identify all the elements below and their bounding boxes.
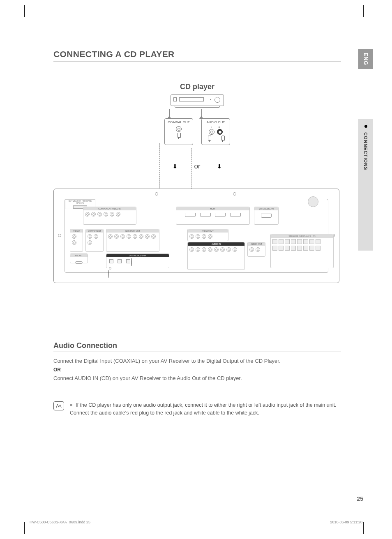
screw-icon: [58, 234, 61, 237]
bullet-icon: [364, 125, 367, 128]
plug-icon: [177, 133, 181, 139]
coaxial-out-label: COAXIAL OUT: [166, 121, 191, 124]
component-out-group: COMPONENT: [85, 229, 104, 252]
note-text: If the CD player has only one audio outp…: [70, 401, 341, 417]
crop-mark: [363, 5, 376, 17]
language-label: ENG: [363, 53, 369, 65]
av-receiver-diagram: COMPONENT VIDEO IN HDMI WIRELESSLAN: [53, 189, 339, 283]
or-label: or: [194, 162, 200, 170]
optical-port-icon: [109, 259, 113, 263]
plug-icon: [207, 136, 211, 142]
video-out-group: VIDEO OUT: [187, 229, 228, 241]
section-title: Audio Connection: [53, 341, 341, 352]
footer-file: HW-C500-C560S-XAA_0609.indd 25: [30, 520, 90, 524]
page-title: CONNECTING A CD PLAYER: [53, 49, 341, 62]
hdmi-port-icon: [185, 213, 196, 217]
screw-icon: [233, 192, 236, 196]
component-in-group: COMPONENT VIDEO IN: [83, 207, 136, 225]
section-tab: CONNECTIONS: [358, 119, 373, 251]
rca-white-jack-icon: [209, 129, 214, 135]
arrow-down-icon: ⬇: [173, 163, 178, 170]
coaxial-jack-icon: [176, 126, 182, 132]
section-tab-label: CONNECTIONS: [363, 132, 368, 170]
hdmi-group: HDMI: [176, 207, 250, 225]
digital-audio-in-group: DIGITAL AUDIO IN: [106, 253, 169, 268]
page-number: 25: [357, 495, 363, 502]
receiver-panel: COMPONENT VIDEO IN HDMI WIRELESSLAN: [65, 199, 328, 273]
audio-out-group: AUDIO OUT: [247, 242, 265, 257]
footer-datetime: 2010-06-09 5:11:20: [330, 520, 362, 524]
audio-in-group: AUDIO IN: [187, 242, 245, 270]
language-tab: ENG: [358, 49, 373, 69]
video-group: VIDEO: [70, 229, 83, 252]
hdmi-port-icon: [230, 213, 241, 217]
hdmi-port-icon: [215, 213, 226, 217]
fm-group: FM ANT: [70, 253, 88, 263]
arrow-down-icon: ⬇: [217, 163, 222, 170]
coaxial-out-box: COAXIAL OUT: [164, 118, 193, 145]
connection-diagram: CD player COAXIAL OUT AUDIO OUT LR: [53, 83, 341, 329]
crop-mark: [12, 5, 25, 17]
footer: HW-C500-C560S-XAA_0609.indd 25 2010-06-0…: [30, 520, 362, 524]
crop-mark: [363, 522, 376, 534]
note-icon: [53, 401, 64, 410]
or-row: ⬇ or ⬇: [53, 162, 341, 170]
screw-icon: [155, 192, 158, 196]
plug-icon: [221, 136, 225, 142]
hdmi-port-icon: [200, 213, 211, 217]
crop-mark: [12, 522, 25, 534]
audio-out-box: AUDIO OUT LR: [201, 118, 230, 145]
body-text: Connect AUDIO IN (CD) on your AV Receive…: [53, 374, 341, 382]
optical-port-icon: [126, 259, 130, 263]
coaxial-port-icon: [108, 258, 167, 278]
rca-red-jack-icon: [217, 129, 223, 135]
cd-player-icon: [171, 94, 224, 106]
cd-player-base: [175, 106, 220, 108]
hdmi-port-icon: [261, 214, 272, 218]
or-text: OR: [53, 367, 341, 373]
wireless-group: WIRELESSLAN: [254, 207, 279, 225]
speaker-group: SPEAKER IMPEDANCE : 3Ω: [270, 234, 334, 268]
output-boxes: COAXIAL OUT AUDIO OUT LR: [53, 118, 341, 145]
note-block: If the CD player has only one audio outp…: [53, 401, 341, 417]
body-text: Connect the Digital Input (COAXIAL) on y…: [53, 357, 341, 365]
optical-port-icon: [118, 259, 122, 263]
cd-player-label: CD player: [53, 83, 341, 91]
bullet-icon: [70, 404, 72, 406]
monitor-out-group: MONITOR OUT: [106, 229, 159, 252]
page-content: CONNECTING A CD PLAYER CD player COAXIAL…: [53, 49, 341, 417]
audio-out-label: AUDIO OUT: [203, 121, 228, 124]
